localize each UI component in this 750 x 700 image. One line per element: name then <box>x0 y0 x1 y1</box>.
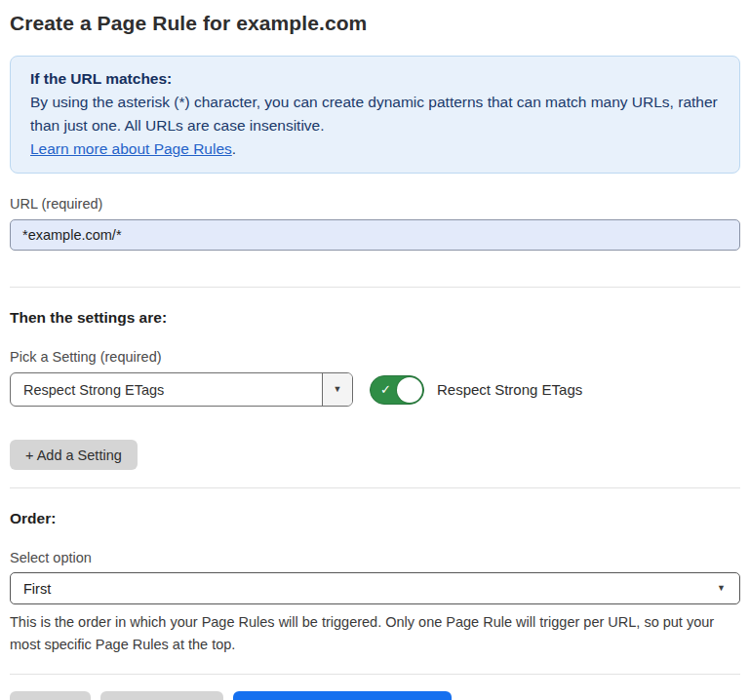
select-option-label: Select option <box>10 550 740 565</box>
page-title: Create a Page Rule for example.com <box>10 12 740 35</box>
save-deploy-button[interactable]: Save and Deploy Page Rule <box>233 691 452 700</box>
add-setting-button[interactable]: + Add a Setting <box>10 440 138 470</box>
toggle-label: Respect Strong ETags <box>437 381 582 398</box>
toggle-knob <box>397 377 422 403</box>
footer-actions: Cancel Save as Draft Save and Deploy Pag… <box>10 691 740 700</box>
divider <box>10 487 740 488</box>
check-icon: ✓ <box>380 382 391 397</box>
order-help-text: This is the order in which your Page Rul… <box>10 611 731 656</box>
pick-setting-label: Pick a Setting (required) <box>10 349 740 365</box>
settings-section-heading: Then the settings are: <box>10 309 740 327</box>
save-draft-button[interactable]: Save as Draft <box>100 691 223 700</box>
order-select[interactable]: First ▼ <box>10 572 740 604</box>
setting-row: Respect Strong ETags ▼ ✓ Respect Strong … <box>10 372 740 407</box>
info-box-body: By using the asterisk (*) character, you… <box>30 91 720 137</box>
url-input[interactable] <box>10 219 740 251</box>
learn-more-link[interactable]: Learn more about Page Rules <box>30 140 232 157</box>
setting-dropdown[interactable]: Respect Strong ETags ▼ <box>10 372 353 407</box>
divider <box>10 287 740 288</box>
caret-down-icon: ▼ <box>334 385 342 394</box>
divider <box>10 674 740 675</box>
info-link-row: Learn more about Page Rules. <box>30 137 720 161</box>
order-section-heading: Order: <box>10 510 740 527</box>
info-box-heading: If the URL matches: <box>30 67 720 91</box>
cancel-button[interactable]: Cancel <box>10 691 91 700</box>
setting-dropdown-value: Respect Strong ETags <box>11 382 322 398</box>
toggle-wrap: ✓ Respect Strong ETags <box>370 375 582 405</box>
dropdown-arrow-button[interactable]: ▼ <box>322 373 352 406</box>
create-page-rule-form: Create a Page Rule for example.com If th… <box>10 12 740 700</box>
order-select-value: First <box>23 581 51 597</box>
caret-down-icon: ▼ <box>717 584 726 593</box>
setting-toggle[interactable]: ✓ <box>370 375 424 405</box>
link-period: . <box>232 140 236 157</box>
url-match-info-box: If the URL matches: By using the asteris… <box>10 56 740 174</box>
url-label: URL (required) <box>10 196 740 212</box>
